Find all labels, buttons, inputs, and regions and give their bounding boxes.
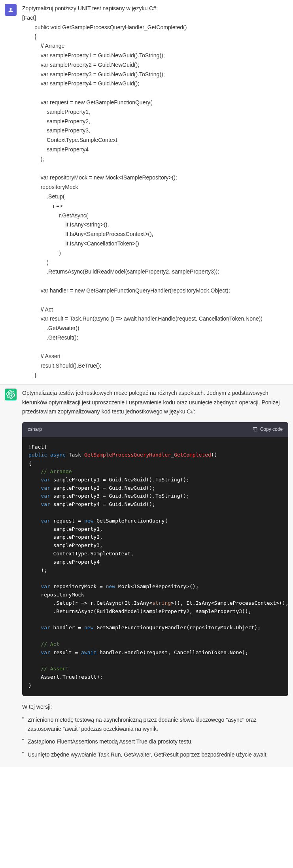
svg-rect-0 <box>254 428 257 431</box>
bullet-item: Usunięto zbędne wywołanie Task.Run, GetA… <box>22 750 288 759</box>
user-message: Zoptymalizuj poniższy UNIT test napisany… <box>0 0 293 384</box>
copy-code-button[interactable]: Copy code <box>252 425 283 433</box>
bullet-item: Zastąpiono FluentAssertions metodą Asser… <box>22 737 288 746</box>
user-code-block: [Fact] public void GetSampleProcessQuery… <box>22 13 288 380</box>
assistant-intro-text: Optymalizacja testów jednostkowych może … <box>22 389 288 417</box>
assistant-message-content: Optymalizacja testów jednostkowych może … <box>22 389 288 763</box>
code-header: csharp Copy code <box>22 422 288 436</box>
user-message-content: Zoptymalizuj poniższy UNIT test napisany… <box>22 4 288 380</box>
user-intro-text: Zoptymalizuj poniższy UNIT test napisany… <box>22 4 288 13</box>
copy-code-label: Copy code <box>260 425 283 433</box>
summary-intro: W tej wersji: <box>22 702 288 712</box>
code-language-label: csharp <box>28 425 42 433</box>
summary-bullets: Zmieniono metodę testową na asynchronicz… <box>22 715 288 759</box>
user-avatar <box>5 4 17 16</box>
assistant-message: Optymalizacja testów jednostkowych może … <box>0 384 293 767</box>
bullet-item: Zmieniono metodę testową na asynchronicz… <box>22 715 288 733</box>
code-block: csharp Copy code [Fact] public async Tas… <box>22 422 288 696</box>
person-icon <box>8 7 14 13</box>
code-content: [Fact] public async Task GetSampleProces… <box>28 443 282 690</box>
openai-icon <box>6 390 15 399</box>
code-body[interactable]: [Fact] public async Task GetSampleProces… <box>22 437 288 696</box>
clipboard-icon <box>252 426 258 432</box>
assistant-avatar <box>5 389 17 400</box>
